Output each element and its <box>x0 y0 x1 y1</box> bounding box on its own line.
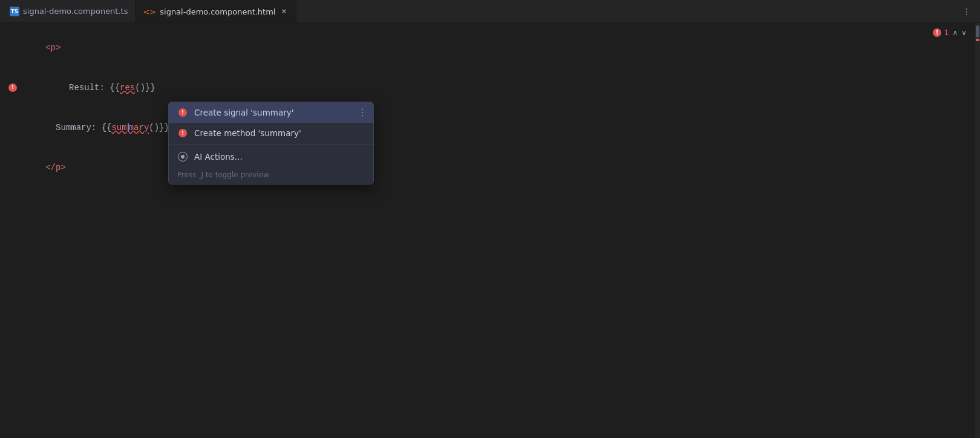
menu-item-more-icon[interactable]: ⋮ <box>358 108 367 117</box>
menu-item-ai-actions-label: AI Actions... <box>194 152 243 162</box>
more-options-button[interactable]: ⋮ <box>961 5 973 18</box>
line3-summary-func: sum <box>111 123 126 132</box>
line2-interp-open: {{ <box>109 83 120 93</box>
tab-html-label: signal-demo.component.html <box>160 7 275 16</box>
signal-icon-1: ! <box>177 107 188 118</box>
code-line-4: </p> <box>0 148 980 188</box>
context-menu-footer: Press ‸J to toggle preview <box>169 167 373 184</box>
line3-summary-func2: mary <box>129 123 149 132</box>
editor-area: <p> ! Result: {{res()}} Summary: {{summa… <box>0 23 980 438</box>
error-nav-down[interactable]: ∨ <box>960 28 968 37</box>
line2-res-func: res <box>120 83 135 93</box>
ts-file-icon: TS <box>10 7 19 16</box>
scrollbar-thumb[interactable] <box>976 25 979 38</box>
menu-item-create-method-label: Create method 'summary' <box>194 128 301 138</box>
tab-bar: TS signal-demo.component.ts <> signal-de… <box>0 0 980 23</box>
toggle-preview-hint: Press ‸J to toggle preview <box>177 171 269 179</box>
context-menu: ! Create signal 'summary' ⋮ ! Create met… <box>168 102 374 185</box>
line3-interp-open: {{ <box>102 123 112 132</box>
ai-actions-icon <box>177 151 188 162</box>
menu-divider <box>169 145 373 145</box>
error-badge-icon: ! <box>933 28 941 37</box>
line2-interp-close: ()}} <box>135 83 155 93</box>
error-badge-area: ! 1 ∧ ∨ <box>933 28 968 37</box>
error-icon-line2: ! <box>8 83 17 92</box>
line2-result-text: Result: <box>59 83 109 93</box>
tab-html[interactable]: <> signal-demo.component.html ✕ <box>136 0 296 22</box>
signal-error-icon-2: ! <box>178 129 187 137</box>
menu-item-create-method[interactable]: ! Create method 'summary' <box>169 123 373 143</box>
error-nav-up[interactable]: ∧ <box>951 28 959 37</box>
line-4-content: </p> <box>5 148 970 188</box>
ai-circle-icon <box>178 152 188 162</box>
code-line-3: Summary: {{summary()}} <box>0 108 980 148</box>
line3-summary-text: Summary: <box>45 123 101 132</box>
menu-item-create-signal[interactable]: ! Create signal 'summary' ⋮ <box>169 102 373 123</box>
signal-error-icon: ! <box>178 108 187 117</box>
code-editor[interactable]: <p> ! Result: {{res()}} Summary: {{summa… <box>0 23 980 438</box>
error-count: 1 <box>944 28 949 37</box>
line-2-content: Result: {{res()}} <box>18 68 970 108</box>
menu-item-create-signal-label: Create signal 'summary' <box>194 108 294 117</box>
code-line-1: <p> <box>0 28 980 68</box>
line-3-content: Summary: {{summary()}} <box>5 108 970 148</box>
signal-icon-2: ! <box>177 128 188 139</box>
tag-open-p: <p> <box>45 43 60 53</box>
tag-close-p: </p> <box>45 163 66 172</box>
error-nav-buttons: ∧ ∨ <box>951 28 968 37</box>
line-1-content: <p> <box>5 28 970 68</box>
editor-scrollbar[interactable] <box>975 23 980 438</box>
scrollbar-error-marker <box>976 39 979 41</box>
html-file-icon: <> <box>143 7 156 16</box>
tab-html-close[interactable]: ✕ <box>279 7 289 16</box>
code-line-2: ! Result: {{res()}} <box>0 68 980 108</box>
error-gutter-line2: ! <box>7 82 18 93</box>
line3-interp-close: ()}} <box>149 123 169 132</box>
tab-ts-label: signal-demo.component.ts <box>23 7 128 16</box>
tab-bar-actions: ⋮ <box>961 5 978 18</box>
tab-ts[interactable]: TS signal-demo.component.ts <box>2 0 136 22</box>
menu-item-ai-actions[interactable]: AI Actions... <box>169 146 373 167</box>
